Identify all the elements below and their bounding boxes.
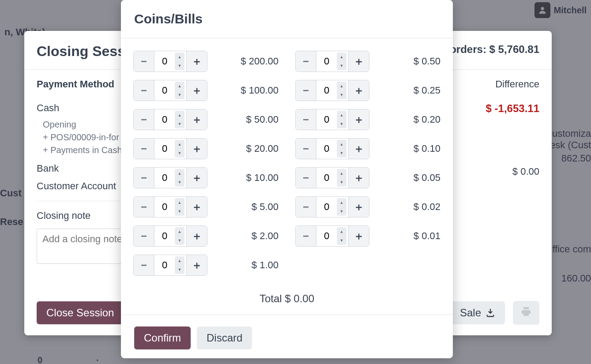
denomination-row: −▲▼＋$ 10.00: [133, 167, 279, 188]
decrement-button[interactable]: −: [134, 255, 154, 275]
spinner-control[interactable]: ▲▼: [175, 82, 184, 99]
denomination-label: $ 20.00: [234, 143, 279, 154]
coins-total-row: Total $ 0.00: [121, 288, 453, 315]
denomination-label: $ 0.01: [396, 230, 440, 242]
spinner-control[interactable]: ▲▼: [337, 111, 346, 128]
chevron-up-icon: ▲: [337, 227, 346, 236]
chevron-up-icon: ▲: [175, 256, 184, 265]
sale-export-button[interactable]: Sale: [450, 301, 505, 324]
quantity-input[interactable]: [154, 197, 175, 217]
discard-button[interactable]: Discard: [197, 326, 252, 349]
spinner-control[interactable]: ▲▼: [337, 227, 346, 245]
close-session-button[interactable]: Close Session: [37, 301, 124, 324]
denomination-row: −▲▼＋$ 0.50: [295, 51, 440, 72]
denomination-row: −▲▼＋$ 0.25: [295, 80, 440, 101]
chevron-up-icon: ▲: [175, 169, 184, 178]
decrement-button[interactable]: −: [134, 168, 154, 188]
increment-button[interactable]: ＋: [187, 226, 207, 246]
increment-button[interactable]: ＋: [349, 51, 369, 71]
decrement-button[interactable]: −: [296, 197, 316, 217]
denomination-row: −▲▼＋$ 0.01: [295, 225, 440, 247]
decrement-button[interactable]: −: [296, 226, 316, 246]
increment-button[interactable]: ＋: [349, 197, 369, 217]
print-button[interactable]: [513, 301, 539, 325]
denomination-label: $ 0.10: [396, 143, 440, 154]
increment-button[interactable]: ＋: [349, 80, 369, 101]
quantity-input[interactable]: [154, 139, 175, 159]
quantity-input[interactable]: [316, 139, 337, 159]
increment-button[interactable]: ＋: [187, 255, 207, 275]
spinner-control[interactable]: ▲▼: [337, 53, 346, 70]
increment-button[interactable]: ＋: [349, 139, 369, 159]
quantity-input[interactable]: [154, 51, 175, 71]
decrement-button[interactable]: −: [296, 80, 316, 101]
increment-button[interactable]: ＋: [349, 226, 369, 246]
spinner-control[interactable]: ▲▼: [337, 169, 346, 187]
spinner-control[interactable]: ▲▼: [337, 140, 346, 158]
increment-button[interactable]: ＋: [187, 197, 207, 217]
quantity-input[interactable]: [154, 109, 175, 130]
decrement-button[interactable]: −: [296, 168, 316, 188]
print-icon: [521, 306, 531, 317]
decrement-button[interactable]: −: [134, 139, 154, 159]
quantity-input[interactable]: [316, 197, 337, 217]
decrement-button[interactable]: −: [134, 197, 154, 217]
quantity-stepper: −▲▼＋: [133, 138, 207, 159]
decrement-button[interactable]: −: [296, 51, 316, 71]
decrement-button[interactable]: −: [134, 226, 154, 246]
spinner-control[interactable]: ▲▼: [175, 111, 184, 128]
quantity-input[interactable]: [316, 226, 337, 246]
decrement-button[interactable]: −: [134, 80, 154, 101]
increment-button[interactable]: ＋: [349, 168, 369, 188]
denominations-right-column: −▲▼＋$ 0.50−▲▼＋$ 0.25−▲▼＋$ 0.20−▲▼＋$ 0.10…: [295, 51, 440, 284]
quantity-input[interactable]: [316, 168, 337, 188]
quantity-stepper: −▲▼＋: [133, 109, 207, 130]
spinner-control[interactable]: ▲▼: [175, 53, 184, 70]
decrement-button[interactable]: −: [296, 139, 316, 159]
denomination-label: $ 100.00: [234, 85, 279, 96]
spinner-control[interactable]: ▲▼: [175, 256, 184, 274]
increment-button[interactable]: ＋: [349, 109, 369, 130]
quantity-input[interactable]: [154, 168, 175, 188]
decrement-button[interactable]: −: [296, 109, 316, 130]
denomination-label: $ 0.05: [396, 172, 440, 184]
chevron-up-icon: ▲: [337, 198, 346, 207]
coins-bills-title: Coins/Bills: [121, 0, 453, 38]
confirm-button[interactable]: Confirm: [134, 326, 191, 349]
denomination-label: $ 0.02: [396, 201, 440, 213]
decrement-button[interactable]: −: [134, 51, 154, 71]
denomination-row: −▲▼＋$ 50.00: [133, 109, 279, 130]
denomination-row: −▲▼＋$ 200.00: [133, 51, 279, 72]
denomination-label: $ 10.00: [234, 172, 279, 184]
chevron-down-icon: ▼: [175, 61, 184, 70]
decrement-button[interactable]: −: [134, 109, 154, 130]
quantity-input[interactable]: [316, 51, 337, 71]
denomination-label: $ 50.00: [234, 114, 279, 125]
increment-button[interactable]: ＋: [187, 51, 207, 71]
quantity-input[interactable]: [154, 226, 175, 246]
spinner-control[interactable]: ▲▼: [337, 82, 346, 99]
spinner-control[interactable]: ▲▼: [337, 198, 346, 216]
chevron-up-icon: ▲: [175, 111, 184, 120]
spinner-control[interactable]: ▲▼: [175, 169, 184, 187]
chevron-up-icon: ▲: [175, 53, 184, 61]
chevron-up-icon: ▲: [175, 227, 184, 236]
quantity-stepper: −▲▼＋: [295, 225, 369, 247]
denominations-left-column: −▲▼＋$ 200.00−▲▼＋$ 100.00−▲▼＋$ 50.00−▲▼＋$…: [133, 51, 279, 284]
increment-button[interactable]: ＋: [187, 168, 207, 188]
increment-button[interactable]: ＋: [187, 109, 207, 130]
chevron-up-icon: ▲: [337, 53, 346, 61]
spinner-control[interactable]: ▲▼: [175, 198, 184, 216]
quantity-input[interactable]: [316, 109, 337, 130]
quantity-input[interactable]: [154, 255, 175, 275]
quantity-input[interactable]: [316, 80, 337, 101]
denomination-row: −▲▼＋$ 0.20: [295, 109, 440, 130]
quantity-input[interactable]: [154, 80, 175, 101]
spinner-control[interactable]: ▲▼: [175, 227, 184, 245]
spinner-control[interactable]: ▲▼: [175, 140, 184, 158]
chevron-up-icon: ▲: [175, 140, 184, 149]
increment-button[interactable]: ＋: [187, 80, 207, 101]
chevron-up-icon: ▲: [175, 82, 184, 90]
increment-button[interactable]: ＋: [187, 139, 207, 159]
denomination-label: $ 200.00: [234, 56, 279, 67]
